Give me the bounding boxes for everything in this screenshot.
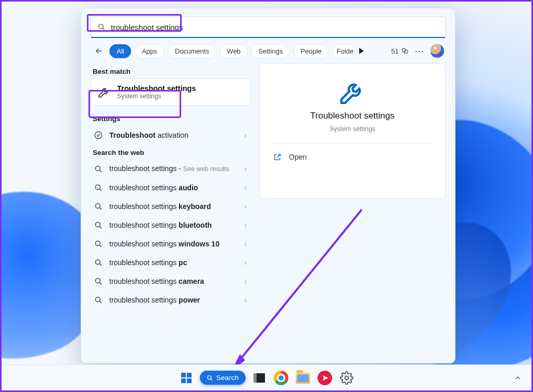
search-icon: [94, 258, 103, 267]
search-icon: [94, 202, 103, 211]
gear-icon: [340, 371, 353, 385]
web-item-5[interactable]: troubleshoot settings pc ›: [91, 253, 251, 272]
search-bar[interactable]: [91, 17, 446, 37]
svg-line-13: [99, 226, 101, 228]
search-icon: [94, 183, 103, 192]
svg-line-25: [210, 378, 212, 380]
filter-documents[interactable]: Documents: [168, 44, 217, 58]
open-label: Open: [289, 153, 307, 161]
svg-point-18: [95, 278, 100, 283]
back-button[interactable]: [92, 44, 106, 58]
svg-point-26: [345, 376, 349, 380]
more-button[interactable]: ···: [412, 46, 427, 57]
best-match-title: Troubleshoot settings: [117, 84, 196, 93]
web-item-1[interactable]: troubleshoot settings audio ›: [91, 178, 251, 197]
explorer-button[interactable]: [295, 370, 311, 386]
settings-item-activation[interactable]: Troubleshoot activation ›: [91, 126, 251, 145]
svg-point-12: [95, 222, 100, 227]
task-view-icon: [253, 373, 265, 383]
chevron-right-icon: ›: [244, 202, 248, 211]
open-action[interactable]: Open: [271, 143, 434, 163]
chevron-right-icon: ›: [244, 221, 248, 229]
search-icon: [206, 374, 213, 382]
start-search-panel: All Apps Documents Web Settings People F…: [81, 8, 455, 363]
filter-people[interactable]: People: [293, 44, 328, 58]
preview-card: Troubleshoot settings System settings Op…: [259, 63, 446, 199]
web-item-3[interactable]: troubleshoot settings bluetooth ›: [91, 216, 251, 234]
svg-line-19: [99, 282, 101, 284]
taskbar-search-button[interactable]: Search: [200, 371, 246, 385]
svg-line-17: [99, 264, 101, 266]
wrench-icon: [97, 85, 111, 99]
chevron-right-icon: ›: [244, 184, 248, 192]
chevron-right-icon: ›: [244, 258, 248, 267]
svg-line-7: [99, 170, 101, 172]
filter-bar: All Apps Documents Web Settings People F…: [81, 42, 455, 63]
best-match-subtitle: System settings: [117, 93, 196, 100]
open-external-icon: [273, 153, 282, 161]
wrench-icon: [338, 77, 367, 107]
web-label: Search the web: [91, 145, 251, 160]
svg-line-1: [103, 28, 104, 30]
rewards-count: 51: [391, 47, 399, 55]
svg-point-0: [99, 24, 104, 29]
search-icon: [94, 220, 103, 230]
scroll-right-icon[interactable]: [359, 48, 364, 54]
search-icon: [94, 277, 103, 286]
windows-logo-icon: [181, 373, 192, 383]
web-item-0[interactable]: troubleshoot settings - See web results …: [91, 160, 251, 178]
paper-plane-icon: ➤: [318, 371, 332, 385]
user-avatar[interactable]: [430, 44, 445, 58]
chrome-button[interactable]: [273, 370, 289, 386]
task-view-button[interactable]: [251, 370, 268, 386]
preview-title: Troubleshoot settings: [310, 111, 395, 121]
svg-point-16: [95, 259, 100, 264]
file-explorer-icon: [296, 372, 310, 384]
search-icon: [94, 164, 103, 174]
chrome-icon: [274, 371, 288, 385]
filter-folders[interactable]: Folde: [332, 44, 356, 58]
svg-line-15: [99, 245, 101, 247]
web-item-2[interactable]: troubleshoot settings keyboard ›: [91, 197, 251, 216]
filter-web[interactable]: Web: [220, 44, 248, 58]
web-item-6[interactable]: troubleshoot settings camera ›: [91, 272, 251, 291]
rewards-icon: [401, 47, 409, 55]
chevron-right-icon: ›: [244, 240, 248, 248]
system-tray-chevron-icon[interactable]: [514, 374, 522, 382]
svg-line-9: [99, 189, 101, 191]
filter-apps[interactable]: Apps: [134, 44, 164, 58]
start-button[interactable]: [178, 370, 195, 386]
app-forward-button[interactable]: ➤: [316, 370, 333, 386]
settings-button[interactable]: [338, 370, 355, 386]
check-circle-icon: [94, 130, 103, 140]
search-icon: [94, 295, 103, 305]
chevron-right-icon: ›: [244, 131, 248, 139]
svg-line-21: [99, 301, 101, 303]
search-icon: [97, 23, 106, 31]
svg-point-5: [95, 132, 102, 139]
best-match-label: Best match: [91, 63, 251, 79]
svg-point-8: [95, 185, 100, 189]
svg-point-24: [207, 375, 211, 379]
settings-label: Settings: [91, 111, 251, 126]
chevron-right-icon: ›: [244, 296, 248, 304]
web-item-4[interactable]: troubleshoot settings windows 10 ›: [91, 234, 251, 253]
svg-line-11: [99, 207, 101, 210]
web-item-7[interactable]: troubleshoot settings power ›: [91, 291, 251, 309]
svg-point-14: [95, 241, 100, 245]
taskbar-search-label: Search: [217, 374, 239, 382]
svg-point-20: [95, 297, 100, 302]
search-icon: [94, 239, 103, 249]
search-input[interactable]: [111, 23, 439, 32]
rewards-points[interactable]: 51: [391, 47, 409, 55]
svg-point-6: [95, 166, 100, 171]
chevron-right-icon: ›: [244, 165, 248, 173]
filter-all[interactable]: All: [109, 44, 131, 58]
filter-settings[interactable]: Settings: [251, 44, 290, 58]
chevron-right-icon: ›: [244, 277, 248, 285]
svg-point-10: [95, 203, 100, 208]
preview-subtitle: System settings: [329, 125, 375, 133]
best-match-result[interactable]: Troubleshoot settings System settings: [91, 79, 251, 106]
results-column: Best match Troubleshoot settings System …: [91, 63, 251, 354]
taskbar: Search ➤: [2, 364, 531, 390]
